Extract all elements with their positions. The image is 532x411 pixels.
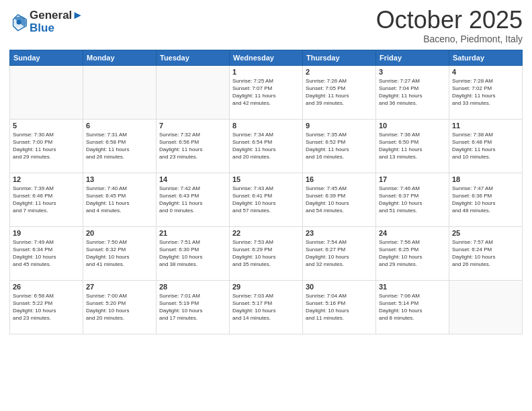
day-info: Sunrise: 7:56 AM Sunset: 6:25 PM Dayligh… [379, 238, 446, 269]
calendar-cell: 1Sunrise: 7:25 AM Sunset: 7:07 PM Daylig… [230, 65, 303, 119]
day-info: Sunrise: 7:36 AM Sunset: 6:50 PM Dayligh… [379, 131, 446, 161]
day-number: 28 [159, 283, 226, 291]
day-number: 10 [379, 122, 446, 130]
calendar-cell: 30Sunrise: 7:04 AM Sunset: 5:16 PM Dayli… [303, 280, 376, 334]
day-info: Sunrise: 7:39 AM Sunset: 6:46 PM Dayligh… [13, 185, 80, 215]
day-number: 17 [379, 175, 446, 183]
day-info: Sunrise: 7:42 AM Sunset: 6:43 PM Dayligh… [159, 185, 226, 215]
calendar-table: Sunday Monday Tuesday Wednesday Thursday… [9, 50, 523, 334]
day-info: Sunrise: 7:26 AM Sunset: 7:05 PM Dayligh… [306, 77, 373, 107]
day-info: Sunrise: 7:25 AM Sunset: 7:07 PM Dayligh… [232, 77, 300, 107]
day-number: 1 [232, 68, 300, 76]
calendar-cell [157, 65, 230, 119]
day-number: 3 [379, 68, 446, 76]
location-subtitle: Baceno, Piedmont, Italy [376, 34, 523, 44]
day-info: Sunrise: 7:47 AM Sunset: 6:36 PM Dayligh… [452, 185, 519, 215]
calendar-cell: 25Sunrise: 7:57 AM Sunset: 6:24 PM Dayli… [449, 226, 523, 280]
calendar-cell: 8Sunrise: 7:34 AM Sunset: 6:54 PM Daylig… [230, 119, 303, 173]
logo: General► Blue [9, 9, 83, 34]
day-number: 27 [86, 283, 153, 291]
calendar-cell: 4Sunrise: 7:28 AM Sunset: 7:02 PM Daylig… [449, 65, 523, 119]
calendar-cell: 27Sunrise: 7:00 AM Sunset: 5:20 PM Dayli… [83, 280, 157, 334]
header-tuesday: Tuesday [157, 50, 230, 65]
day-info: Sunrise: 7:43 AM Sunset: 6:41 PM Dayligh… [232, 185, 300, 215]
calendar-cell: 22Sunrise: 7:53 AM Sunset: 6:29 PM Dayli… [230, 226, 303, 280]
calendar-cell: 13Sunrise: 7:40 AM Sunset: 6:45 PM Dayli… [83, 173, 157, 226]
day-number: 9 [306, 122, 373, 130]
day-info: Sunrise: 7:01 AM Sunset: 5:19 PM Dayligh… [159, 292, 226, 322]
page-container: General► Blue October 2025 Baceno, Piedm… [0, 0, 532, 338]
header-sunday: Sunday [10, 50, 83, 65]
day-number: 12 [13, 175, 80, 183]
calendar-cell [10, 65, 83, 119]
day-number: 20 [86, 229, 153, 237]
header-friday: Friday [376, 50, 449, 65]
day-number: 23 [306, 229, 373, 237]
day-info: Sunrise: 7:00 AM Sunset: 5:20 PM Dayligh… [86, 292, 153, 322]
calendar-cell: 10Sunrise: 7:36 AM Sunset: 6:50 PM Dayli… [376, 119, 449, 173]
week-row-3: 12Sunrise: 7:39 AM Sunset: 6:46 PM Dayli… [10, 173, 523, 226]
day-number: 19 [13, 229, 80, 237]
calendar-cell: 26Sunrise: 6:58 AM Sunset: 5:22 PM Dayli… [10, 280, 83, 334]
header-thursday: Thursday [303, 50, 376, 65]
calendar-cell: 2Sunrise: 7:26 AM Sunset: 7:05 PM Daylig… [303, 65, 376, 119]
day-info: Sunrise: 7:30 AM Sunset: 7:00 PM Dayligh… [13, 131, 80, 161]
calendar-cell: 24Sunrise: 7:56 AM Sunset: 6:25 PM Dayli… [376, 226, 449, 280]
logo-icon [9, 13, 28, 32]
day-number: 31 [379, 283, 446, 291]
day-info: Sunrise: 7:06 AM Sunset: 5:14 PM Dayligh… [379, 292, 446, 322]
calendar-cell: 14Sunrise: 7:42 AM Sunset: 6:43 PM Dayli… [157, 173, 230, 226]
day-number: 5 [13, 122, 80, 130]
calendar-cell: 29Sunrise: 7:03 AM Sunset: 5:17 PM Dayli… [230, 280, 303, 334]
day-info: Sunrise: 7:51 AM Sunset: 6:30 PM Dayligh… [159, 238, 226, 269]
calendar-cell: 9Sunrise: 7:35 AM Sunset: 6:52 PM Daylig… [303, 119, 376, 173]
calendar-cell: 11Sunrise: 7:38 AM Sunset: 6:48 PM Dayli… [449, 119, 523, 173]
day-info: Sunrise: 7:46 AM Sunset: 6:37 PM Dayligh… [379, 185, 446, 215]
day-info: Sunrise: 7:40 AM Sunset: 6:45 PM Dayligh… [86, 185, 153, 215]
calendar-cell: 15Sunrise: 7:43 AM Sunset: 6:41 PM Dayli… [230, 173, 303, 226]
day-number: 29 [232, 283, 300, 291]
day-info: Sunrise: 7:45 AM Sunset: 6:39 PM Dayligh… [306, 185, 373, 215]
svg-point-2 [17, 19, 21, 24]
calendar-cell: 21Sunrise: 7:51 AM Sunset: 6:30 PM Dayli… [157, 226, 230, 280]
day-info: Sunrise: 7:50 AM Sunset: 6:32 PM Dayligh… [86, 238, 153, 269]
week-row-1: 1Sunrise: 7:25 AM Sunset: 7:07 PM Daylig… [10, 65, 523, 119]
week-row-5: 26Sunrise: 6:58 AM Sunset: 5:22 PM Dayli… [10, 280, 523, 334]
title-block: October 2025 Baceno, Piedmont, Italy [376, 7, 523, 44]
day-info: Sunrise: 7:31 AM Sunset: 6:58 PM Dayligh… [86, 131, 153, 161]
header-wednesday: Wednesday [230, 50, 303, 65]
day-number: 25 [452, 229, 519, 237]
logo-text: General► Blue [30, 9, 83, 34]
calendar-cell: 16Sunrise: 7:45 AM Sunset: 6:39 PM Dayli… [303, 173, 376, 226]
day-number: 24 [379, 229, 446, 237]
calendar-cell: 23Sunrise: 7:54 AM Sunset: 6:27 PM Dayli… [303, 226, 376, 280]
calendar-cell: 6Sunrise: 7:31 AM Sunset: 6:58 PM Daylig… [83, 119, 157, 173]
day-info: Sunrise: 7:04 AM Sunset: 5:16 PM Dayligh… [306, 292, 373, 322]
header-saturday: Saturday [449, 50, 523, 65]
week-row-2: 5Sunrise: 7:30 AM Sunset: 7:00 PM Daylig… [10, 119, 523, 173]
day-number: 18 [452, 175, 519, 183]
calendar-cell [83, 65, 157, 119]
calendar-cell: 31Sunrise: 7:06 AM Sunset: 5:14 PM Dayli… [376, 280, 449, 334]
calendar-cell: 5Sunrise: 7:30 AM Sunset: 7:00 PM Daylig… [10, 119, 83, 173]
day-number: 7 [159, 122, 226, 130]
day-number: 11 [452, 122, 519, 130]
day-info: Sunrise: 7:53 AM Sunset: 6:29 PM Dayligh… [232, 238, 300, 269]
day-number: 30 [306, 283, 373, 291]
day-info: Sunrise: 7:28 AM Sunset: 7:02 PM Dayligh… [452, 77, 519, 107]
calendar-cell: 17Sunrise: 7:46 AM Sunset: 6:37 PM Dayli… [376, 173, 449, 226]
day-number: 2 [306, 68, 373, 76]
month-title: October 2025 [376, 7, 523, 34]
calendar-cell: 7Sunrise: 7:32 AM Sunset: 6:56 PM Daylig… [157, 119, 230, 173]
calendar-cell: 12Sunrise: 7:39 AM Sunset: 6:46 PM Dayli… [10, 173, 83, 226]
day-number: 6 [86, 122, 153, 130]
day-info: Sunrise: 7:34 AM Sunset: 6:54 PM Dayligh… [232, 131, 300, 161]
day-info: Sunrise: 7:27 AM Sunset: 7:04 PM Dayligh… [379, 77, 446, 107]
calendar-cell: 18Sunrise: 7:47 AM Sunset: 6:36 PM Dayli… [449, 173, 523, 226]
day-info: Sunrise: 7:32 AM Sunset: 6:56 PM Dayligh… [159, 131, 226, 161]
day-number: 16 [306, 175, 373, 183]
day-number: 26 [13, 283, 80, 291]
day-info: Sunrise: 7:35 AM Sunset: 6:52 PM Dayligh… [306, 131, 373, 161]
day-number: 4 [452, 68, 519, 76]
calendar-cell: 20Sunrise: 7:50 AM Sunset: 6:32 PM Dayli… [83, 226, 157, 280]
